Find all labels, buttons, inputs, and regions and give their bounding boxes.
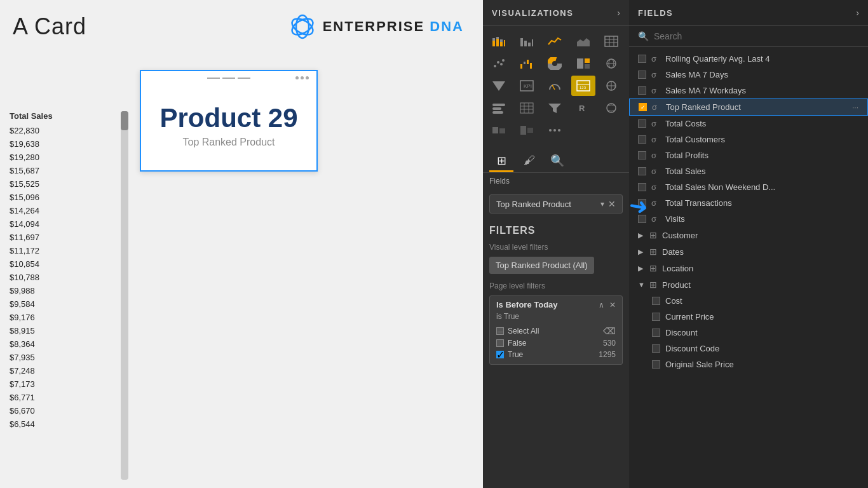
product-card: Product 29 Top Ranked Product [140,70,318,172]
field-item[interactable]: σTotal Sales Non Weekend D...··· [629,179,868,195]
viz-icon-scatter[interactable] [487,53,511,74]
viz-icon-kpi[interactable]: KPI [515,76,539,96]
viz-icon-custom-globe[interactable] [599,98,623,118]
svg-rect-12 [528,43,531,46]
field-item[interactable]: σRolling Quarterly Avg. Last 4··· [629,51,868,67]
field-ellipsis[interactable]: ··· [852,103,858,112]
sales-list-item: $11,697 [0,231,124,244]
scrollbar[interactable] [121,111,128,480]
field-item[interactable]: σSales MA 7 Days··· [629,67,868,83]
viz-tab-analytics[interactable]: 🔍 [545,151,569,172]
field-checkbox[interactable] [638,151,646,159]
field-group-dates[interactable]: ▶⊞Dates [629,243,868,260]
field-group-location[interactable]: ▶⊞Location [629,260,868,276]
viz-icon-gauge[interactable] [543,76,567,96]
viz-icon-matrix[interactable] [515,98,539,118]
svg-rect-4 [492,38,495,41]
viz-icon-treemap[interactable] [571,53,595,74]
viz-icon-globe[interactable] [599,53,623,74]
field-checkbox[interactable] [652,344,660,353]
viz-icon-area[interactable] [571,31,595,51]
viz-icon-stacked-bar[interactable] [487,31,511,51]
svg-point-20 [494,65,496,67]
sales-list-item: $19,280 [0,151,124,164]
field-checkbox[interactable] [638,199,646,207]
fields-panel-header: FIELDS › [629,0,868,26]
field-item[interactable]: σVisits··· [629,211,868,227]
field-subitem[interactable]: Discount [629,325,868,341]
field-item[interactable]: σTotal Transactions··· [629,195,868,211]
field-dropdown[interactable]: Top Ranked Product ▾ ✕ [489,194,623,214]
filter-subtext: is True [496,312,616,321]
viz-chevron[interactable]: › [617,8,620,18]
sales-list-item: $6,670 [0,404,124,417]
viz-icon-more1[interactable] [487,120,511,140]
viz-icon-more-dots[interactable] [543,120,567,140]
scroll-thumb[interactable] [121,111,128,130]
field-item[interactable]: ✓σTop Ranked Product··· [629,98,868,116]
viz-icon-r-visual[interactable]: R [571,98,595,118]
sales-list-item: $15,687 [0,164,124,177]
field-name: Total Customers [665,135,859,144]
filter-row-true: ✓ True 1295 [496,349,616,360]
viz-icon-more2[interactable] [515,120,539,140]
product-name: Product 29 [159,103,297,133]
sales-list-item: $9,176 [0,311,124,324]
viz-icon-map[interactable] [599,76,623,96]
viz-icon-slicer[interactable] [487,98,511,118]
field-group-customer[interactable]: ▶⊞Customer [629,227,868,243]
field-checkbox[interactable] [652,297,660,305]
svg-marker-14 [577,38,590,46]
group-name: Customer [662,231,859,240]
field-subitem[interactable]: Cost [629,293,868,309]
search-input[interactable] [654,31,859,41]
field-item[interactable]: σTotal Sales··· [629,163,868,179]
viz-icon-filter[interactable] [543,98,567,118]
field-item[interactable]: σTotal Costs··· [629,116,868,132]
field-checkbox[interactable] [638,183,646,191]
svg-point-60 [553,129,556,132]
filter-eraser[interactable]: ⌫ [603,326,616,336]
svg-marker-52 [548,104,561,113]
viz-icon-funnel[interactable] [487,76,511,96]
field-subitem[interactable]: Original Sale Price [629,356,868,372]
viz-icon-bar[interactable] [515,31,539,51]
viz-icon-table[interactable] [599,31,623,51]
field-checkbox[interactable] [652,313,660,321]
field-subitem[interactable]: Discount Code [629,341,868,356]
fields-chevron[interactable]: › [856,8,859,18]
filter-close[interactable]: ✕ [609,301,616,309]
field-item[interactable]: σSales MA 7 Workdays··· [629,83,868,98]
field-item[interactable]: σTotal Customers··· [629,132,868,147]
svg-rect-3 [492,41,495,46]
svg-rect-24 [520,64,522,69]
field-checkbox[interactable] [638,71,646,79]
filter-checkbox-false[interactable] [496,339,504,347]
viz-icon-pie[interactable] [543,53,567,74]
field-checkbox[interactable] [638,135,646,144]
field-checkbox[interactable] [652,329,660,337]
field-checkbox[interactable] [638,215,646,223]
field-checkbox[interactable]: ✓ [639,103,647,111]
field-group-product[interactable]: ▼⊞Product [629,276,868,293]
field-dropdown-close[interactable]: ✕ [608,199,616,209]
filter-chip[interactable]: Top Ranked Product (All) [489,257,594,274]
viz-icon-card[interactable]: 123 [571,76,595,96]
filter-checkbox-true[interactable]: ✓ [496,351,504,358]
field-checkbox[interactable] [638,86,646,95]
filter-checkbox-select-all[interactable]: — [496,327,504,335]
viz-icon-line[interactable] [543,31,567,51]
page-level-label: Page level filters [489,281,623,290]
field-sigma-icon: σ [651,70,660,79]
viz-icon-waterfall[interactable] [515,53,539,74]
field-checkbox[interactable] [638,167,646,175]
field-checkbox[interactable] [652,360,660,369]
filter-chevron[interactable]: ∧ [599,301,604,309]
field-checkbox[interactable] [638,119,646,128]
card-handle [207,78,250,79]
field-item[interactable]: σTotal Profits··· [629,147,868,163]
viz-tab-format[interactable]: 🖌 [517,151,541,172]
viz-tab-fields[interactable]: ⊞ [489,151,513,172]
field-checkbox[interactable] [638,55,646,63]
field-subitem[interactable]: Current Price [629,309,868,325]
